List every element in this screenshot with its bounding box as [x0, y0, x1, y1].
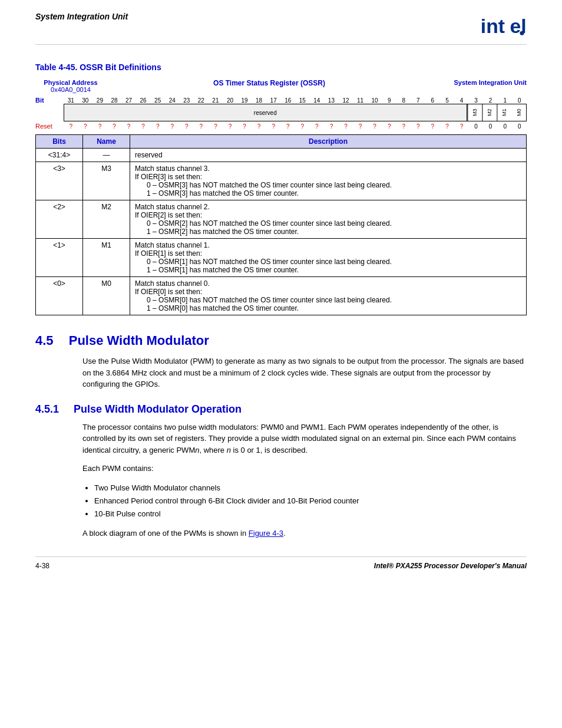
- doc-title: System Integration Unit: [35, 12, 128, 21]
- svg-text:el: el: [510, 15, 527, 37]
- list-item: Enhanced Period control through 6-Bit Cl…: [94, 495, 527, 508]
- physical-address-header: Physical Address 0x40A0_0014: [35, 79, 106, 93]
- section-45-body: Use the Pulse Width Modulator (PWM) to g…: [82, 355, 527, 390]
- svg-point-2: [520, 31, 524, 35]
- table-title: Table 4-45. OSSR Bit Definitions: [35, 62, 527, 72]
- bit-numbers-row: Bit 31 30 29 28 27 26 25 24 23 22 21 20 …: [35, 97, 527, 104]
- page-header: System Integration Unit int el: [35, 12, 527, 45]
- figure-link[interactable]: Figure 4-3: [249, 529, 283, 538]
- section-451-body2: Each PWM contains:: [82, 463, 527, 475]
- register-name-header: OS Timer Status Register (OSSR): [112, 79, 427, 93]
- section-451-body3: A block diagram of one of the PWMs is sh…: [82, 528, 527, 539]
- m3-cell: M3: [467, 104, 482, 121]
- list-item: Two Pulse Width Modulator channels: [94, 482, 527, 495]
- section-45: 4.5 Pulse Width Modulator Use the Pulse …: [35, 333, 527, 390]
- page-number: 4-38: [35, 562, 49, 570]
- table-row: <0> M0 Match status channel 0. If OIER[0…: [36, 277, 527, 315]
- table-row: <31:4> — reserved: [36, 149, 527, 162]
- list-item: 10-Bit Pulse control: [94, 508, 527, 521]
- table-row: <1> M1 Match status channel 1. If OIER[1…: [36, 239, 527, 277]
- intel-logo: int el: [480, 12, 527, 38]
- definition-table: Bits Name Description <31:4> — reserved …: [35, 134, 527, 315]
- col-header-name: Name: [83, 135, 130, 149]
- svg-text:int: int: [481, 15, 505, 37]
- unit-name-header: System Integration Unit: [432, 79, 527, 93]
- section-451: 4.5.1 Pulse Width Modulator Operation Th…: [35, 403, 527, 539]
- section-451-heading: 4.5.1 Pulse Width Modulator Operation: [35, 403, 527, 416]
- section-451-body1: The processor contains two pulse width m…: [82, 421, 527, 456]
- m0-cell: M0: [512, 104, 526, 121]
- col-header-desc: Description: [130, 135, 527, 149]
- reset-values: ? ? ? ? ? ? ? ? ? ? ? ? ? ? ? ? ? ? ? ? …: [64, 123, 527, 130]
- m1-cell: M1: [497, 104, 511, 121]
- bit-numbers: 31 30 29 28 27 26 25 24 23 22 21 20 19 1…: [64, 97, 527, 104]
- footer-doc-name: Intel® PXA255 Processor Developer's Manu…: [374, 562, 527, 570]
- reset-row: Reset ? ? ? ? ? ? ? ? ? ? ? ? ? ? ? ? ? …: [35, 123, 527, 130]
- section-45-heading: 4.5 Pulse Width Modulator: [35, 333, 527, 348]
- col-header-bits: Bits: [36, 135, 83, 149]
- register-diagram: Physical Address 0x40A0_0014 OS Timer St…: [35, 79, 527, 130]
- table-row: <2> M2 Match status channel 2. If OIER[2…: [36, 200, 527, 239]
- m2-cell: M2: [482, 104, 497, 121]
- table-row: <3> M3 Match status channel 3. If OIER[3…: [36, 162, 527, 200]
- section-451-bullets: Two Pulse Width Modulator channels Enhan…: [94, 482, 527, 521]
- reserved-cell: reserved: [64, 104, 467, 121]
- register-cells: reserved M3 M2 M1 M0: [64, 104, 527, 121]
- page-footer: 4-38 Intel® PXA255 Processor Developer's…: [35, 556, 527, 570]
- reg-header-row: Physical Address 0x40A0_0014 OS Timer St…: [35, 79, 527, 93]
